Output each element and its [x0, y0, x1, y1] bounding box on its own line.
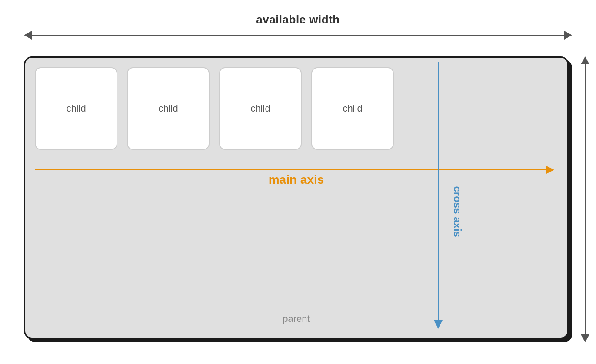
cross-axis-arrow: cross axis — [434, 62, 443, 329]
parent-box: child child child child main axis cross … — [24, 56, 569, 339]
available-width-arrow — [24, 31, 572, 40]
arrow-line-vertical — [585, 64, 586, 334]
child-box-2: child — [127, 67, 210, 150]
main-axis-label: main axis — [269, 173, 324, 187]
arrow-head-right-icon — [564, 31, 572, 40]
arrow-head-left-icon — [24, 31, 32, 40]
child-label-2: child — [158, 103, 178, 114]
main-axis-arrowhead-icon — [546, 165, 554, 174]
available-height-arrow — [581, 56, 589, 342]
children-row: child child child child — [35, 67, 394, 150]
cross-axis-line — [438, 62, 439, 320]
available-width-label: available width — [256, 13, 340, 26]
available-height-section: available height — [574, 56, 596, 342]
diagram-area: child child child child main axis cross … — [24, 56, 572, 342]
arrow-head-up-icon — [581, 56, 589, 64]
available-width-section: available width — [24, 13, 572, 40]
parent-label: parent — [283, 313, 310, 324]
cross-axis-label: cross axis — [451, 186, 463, 205]
arrow-head-down-icon — [581, 334, 589, 342]
child-label-3: child — [250, 103, 270, 114]
main-axis-line — [35, 169, 546, 171]
child-box-1: child — [35, 67, 117, 150]
child-label-1: child — [66, 103, 86, 114]
child-box-4: child — [311, 67, 394, 150]
arrow-line-horizontal — [32, 35, 564, 36]
child-box-3: child — [219, 67, 302, 150]
cross-axis-arrowhead-icon — [434, 320, 443, 329]
child-label-4: child — [343, 103, 362, 114]
